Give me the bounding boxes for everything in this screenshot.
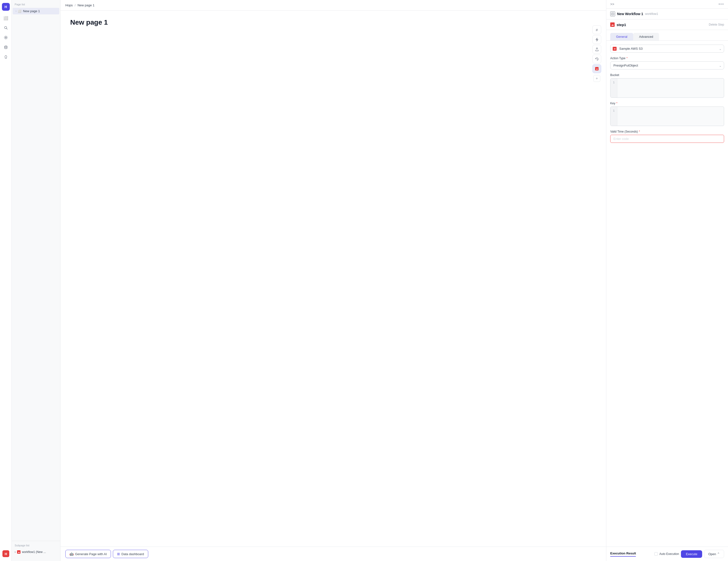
action-type-label: Action Type * [610, 57, 724, 60]
toolbar-bolt-btn[interactable] [592, 35, 601, 44]
collapse-icon: ⌃ [717, 552, 720, 556]
step-aws-icon: ☁ [610, 22, 615, 27]
app-logo[interactable]: H [1, 549, 10, 558]
subpage-item-label: workflow1 (New ... [22, 550, 46, 554]
breadcrumb: Hops / New page 1 [60, 0, 606, 11]
subpage-item-workflow1[interactable]: › ☁ workflow1 (New ... [12, 549, 60, 555]
key-code-content[interactable] [617, 107, 724, 126]
workflow-icon [610, 11, 615, 16]
valid-time-required: * [639, 130, 640, 133]
key-line-numbers: 1 [610, 107, 617, 126]
panel-footer: Execution Result Auto Execution Execute … [606, 547, 728, 561]
page-item-label: New page 1 [23, 9, 40, 13]
right-panel: >> ••• New Workflow 1 workflow1 ☁ step1 … [606, 0, 728, 561]
svg-point-2 [5, 37, 6, 38]
auto-execution-checkbox-label[interactable]: Auto Execution [654, 552, 679, 556]
dashboard-icon: ⊞ [117, 552, 120, 556]
right-toolbar: # ☁ + [592, 25, 601, 82]
page-sidebar: Page list › ⬜ New page 1 Subpage list › … [12, 0, 60, 561]
panel-header: New Workflow 1 workflow1 [606, 9, 728, 20]
panel-more-icon[interactable]: ••• [718, 2, 724, 6]
data-source-select-wrapper: ☁ Sample AWS S3 ⌄ [610, 45, 724, 53]
key-editor[interactable]: 1 [610, 107, 724, 126]
aws-icon: ☁ [17, 550, 20, 554]
nav-logo-h[interactable]: H [2, 3, 10, 11]
open-btn-label: Open [708, 552, 716, 556]
chevron-right-icon: › [16, 10, 16, 12]
toolbar-hash-btn[interactable]: # [592, 25, 601, 34]
page-title: New page 1 [70, 19, 596, 26]
bucket-code-content[interactable] [617, 79, 724, 98]
auto-execution-text: Auto Execution [659, 552, 679, 556]
workflow-name: New Workflow 1 [617, 12, 643, 16]
ai-icon: 🤖 [69, 552, 74, 556]
valid-time-label: Valid Time (Seconds) * [610, 130, 724, 133]
tabs-row: General Advanced [606, 30, 728, 41]
step-title-area: ☁ step1 [610, 22, 626, 27]
svg-line-1 [6, 29, 7, 30]
bucket-line-numbers: 1 [610, 79, 617, 98]
data-dashboard-label: Data dashboard [121, 552, 144, 556]
toolbar-add-btn[interactable]: + [593, 75, 600, 82]
nav-brain-icon[interactable] [1, 53, 10, 61]
tab-general[interactable]: General [610, 33, 633, 40]
action-type-select-wrapper: PresignPutObject ⌄ [610, 61, 724, 69]
svg-point-3 [5, 46, 7, 47]
step-header: ☁ step1 Delete Step [606, 20, 728, 30]
tab-advanced[interactable]: Advanced [633, 33, 659, 40]
nav-bottom: H [1, 549, 10, 558]
generate-ai-button[interactable]: 🤖 Generate Page with AI [65, 550, 111, 558]
toolbar-aws-btn[interactable]: ☁ [592, 64, 601, 73]
nav-database-icon[interactable] [1, 43, 10, 52]
generate-ai-label: Generate Page with AI [75, 552, 107, 556]
page-content: New page 1 # ☁ + [60, 11, 606, 547]
data-source-select[interactable]: Sample AWS S3 [610, 45, 724, 53]
bucket-editor[interactable]: 1 [610, 78, 724, 98]
open-button[interactable]: Open ⌃ [704, 550, 724, 558]
auto-execution-row: Auto Execution Execute Open ⌃ [654, 550, 724, 558]
page-list-item-new-page-1[interactable]: › ⬜ New page 1 [13, 8, 59, 14]
subpage-section: Subpage list › ☁ workflow1 (New ... [12, 541, 60, 558]
panel-workflow-title-area: New Workflow 1 workflow1 [610, 11, 658, 16]
panel-body[interactable]: ☁ Sample AWS S3 ⌄ Action Type * PresignP… [606, 41, 728, 547]
execute-button[interactable]: Execute [681, 550, 702, 558]
action-type-select[interactable]: PresignPutObject [610, 61, 724, 69]
nav-settings-icon[interactable] [1, 33, 10, 42]
panel-expand-icon[interactable]: >> [610, 2, 614, 6]
toolbar-aws-icon: ☁ [595, 67, 599, 70]
subpage-list-title: Subpage list [12, 544, 60, 549]
datasource-aws-icon: ☁ [613, 47, 617, 51]
execution-result-label: Execution Result [610, 551, 636, 557]
delete-step-button[interactable]: Delete Step [709, 23, 724, 26]
data-dashboard-button[interactable]: ⊞ Data dashboard [113, 550, 148, 558]
action-type-required: * [626, 57, 628, 60]
toolbar-history-btn[interactable] [592, 55, 601, 63]
main-area: Hops / New page 1 New page 1 # ☁ + 🤖 [60, 0, 606, 561]
workflow-id: workflow1 [645, 12, 658, 16]
valid-time-input[interactable] [610, 135, 724, 143]
breadcrumb-separator: / [75, 3, 76, 7]
nav-search-icon[interactable] [1, 23, 10, 32]
key-label: Key * [610, 102, 724, 105]
auto-execution-checkbox[interactable] [654, 552, 658, 556]
page-list-title: Page list [12, 3, 60, 8]
bottom-bar: 🤖 Generate Page with AI ⊞ Data dashboard [60, 547, 606, 561]
page-file-icon: ⬜ [18, 10, 21, 13]
step-name: step1 [617, 23, 626, 27]
breadcrumb-current: New page 1 [78, 3, 94, 7]
key-required: * [616, 102, 618, 105]
subpage-chevron-icon: › [15, 550, 16, 554]
bucket-label: Bucket [610, 73, 724, 77]
toolbar-share-btn[interactable] [592, 45, 601, 54]
panel-top-row: >> ••• [606, 0, 728, 9]
svg-text:H: H [4, 552, 7, 556]
breadcrumb-parent[interactable]: Hops [65, 3, 73, 7]
nav-pages-icon[interactable]: ⬜ [1, 14, 10, 22]
nav-sidebar: H ⬜ H [0, 0, 12, 561]
